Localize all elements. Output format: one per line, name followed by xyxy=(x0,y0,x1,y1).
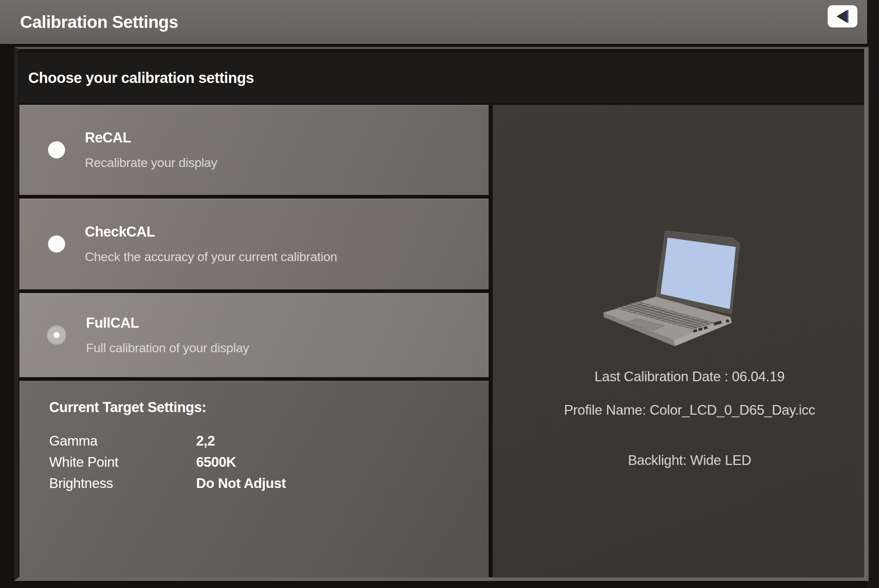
window-edge-strip xyxy=(867,0,879,588)
option-desc-checkcal: Check the accuracy of your current calib… xyxy=(85,249,337,264)
white-point-value: 6500K xyxy=(196,454,236,470)
radio-checkcal[interactable] xyxy=(48,236,65,252)
back-button[interactable] xyxy=(828,5,857,27)
option-title-checkcal: CheckCAL xyxy=(85,224,337,240)
option-title-recal: ReCAL xyxy=(85,130,217,146)
gamma-label: Gamma xyxy=(49,433,196,449)
option-row-recal[interactable]: ReCAL Recalibrate your display xyxy=(20,105,488,195)
laptop-icon xyxy=(601,229,750,353)
display-info-panel: Last Calibration Date : 06.04.19 Profile… xyxy=(493,105,864,578)
section-header-label: Choose your calibration settings xyxy=(20,69,254,86)
brightness-label: Brightness xyxy=(49,476,196,491)
radio-recal[interactable] xyxy=(48,141,65,158)
title-bar: Calibration Settings xyxy=(0,0,867,44)
section-header: Choose your calibration settings xyxy=(20,52,864,104)
radio-fullcal[interactable] xyxy=(47,326,66,345)
brightness-value: Do Not Adjust xyxy=(196,476,286,491)
option-row-checkcal[interactable]: CheckCAL Check the accuracy of your curr… xyxy=(20,199,488,290)
settings-row-gamma: Gamma 2,2 xyxy=(49,430,488,452)
backlight-info: Backlight: Wide LED xyxy=(504,453,875,468)
back-icon-accent xyxy=(847,10,849,22)
page-title: Calibration Settings xyxy=(20,12,178,32)
last-calibration-date: Last Calibration Date : 06.04.19 xyxy=(504,369,875,384)
settings-heading: Current Target Settings: xyxy=(49,399,488,416)
settings-row-white-point: White Point 6500K xyxy=(49,452,488,473)
option-title-fullcal: FullCAL xyxy=(86,315,249,331)
option-row-fullcal[interactable]: FullCAL Full calibration of your display xyxy=(20,293,488,377)
settings-row-brightness: Brightness Do Not Adjust xyxy=(49,473,488,494)
option-desc-recal: Recalibrate your display xyxy=(85,156,217,170)
profile-name: Profile Name: Color_LCD_0_D65_Day.icc xyxy=(504,402,875,418)
back-icon xyxy=(837,10,847,22)
current-target-settings-panel: Current Target Settings: Gamma 2,2 White… xyxy=(20,381,488,578)
gamma-value: 2,2 xyxy=(196,433,215,449)
white-point-label: White Point xyxy=(49,454,196,470)
option-desc-fullcal: Full calibration of your display xyxy=(86,340,249,355)
